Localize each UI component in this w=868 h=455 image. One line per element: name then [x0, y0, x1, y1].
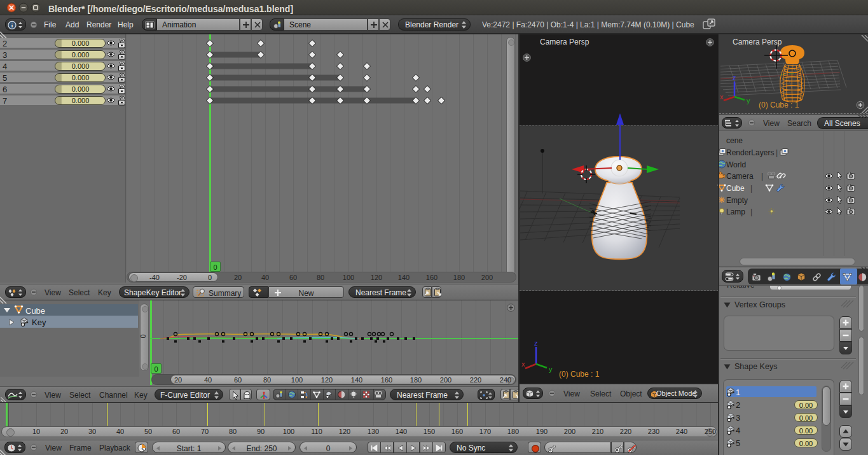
svg-text:x: x [521, 360, 525, 368]
svg-text:(0) Cube : 1: (0) Cube : 1 [759, 101, 799, 109]
svg-text:y: y [549, 365, 553, 373]
svg-text:z: z [733, 74, 736, 81]
svg-text:x: x [720, 93, 724, 101]
svg-text:z: z [534, 339, 538, 347]
svg-text:(0) Cube : 1: (0) Cube : 1 [559, 370, 600, 379]
svg-text:y: y [747, 97, 750, 104]
